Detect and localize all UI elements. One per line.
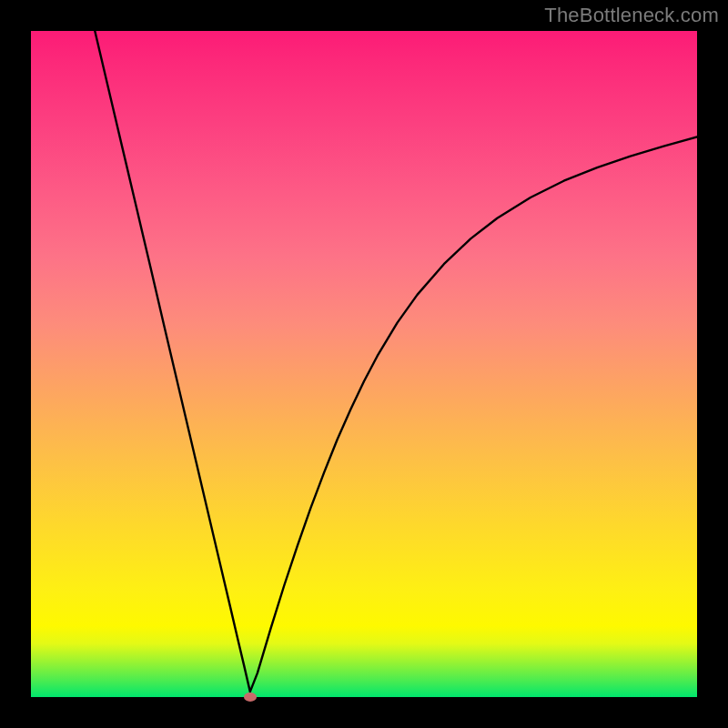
- chart-frame: TheBottleneck.com: [0, 0, 728, 728]
- optimal-point-marker: [244, 693, 257, 702]
- attribution-text: TheBottleneck.com: [544, 4, 719, 27]
- plot-area: [31, 31, 697, 697]
- bottleneck-curve: [31, 31, 697, 697]
